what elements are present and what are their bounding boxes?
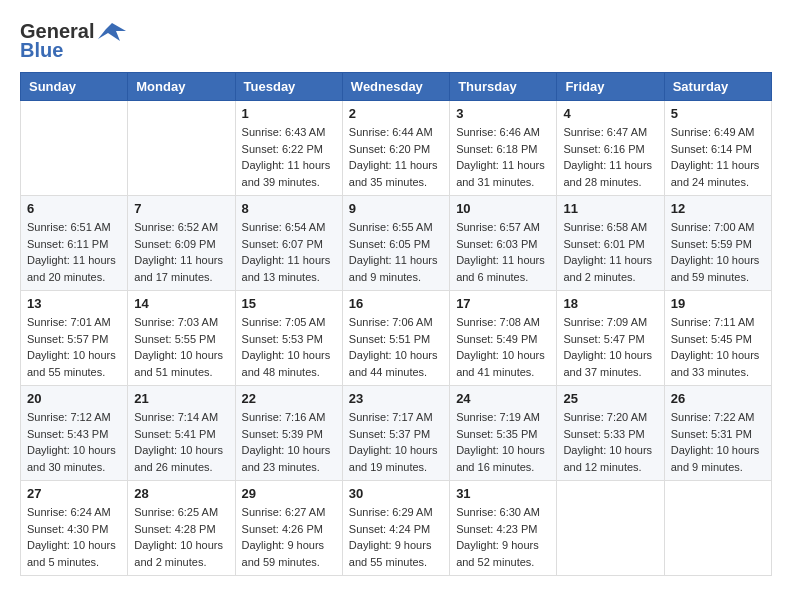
day-info: Sunrise: 7:06 AMSunset: 5:51 PMDaylight:… [349,314,443,380]
weekday-header-sunday: Sunday [21,73,128,101]
calendar-cell: 14Sunrise: 7:03 AMSunset: 5:55 PMDayligh… [128,291,235,386]
day-info: Sunrise: 6:47 AMSunset: 6:16 PMDaylight:… [563,124,657,190]
day-number: 5 [671,106,765,121]
weekday-header-wednesday: Wednesday [342,73,449,101]
calendar-cell: 29Sunrise: 6:27 AMSunset: 4:26 PMDayligh… [235,481,342,576]
day-info: Sunrise: 7:22 AMSunset: 5:31 PMDaylight:… [671,409,765,475]
day-info: Sunrise: 6:29 AMSunset: 4:24 PMDaylight:… [349,504,443,570]
day-number: 18 [563,296,657,311]
day-number: 24 [456,391,550,406]
day-info: Sunrise: 6:25 AMSunset: 4:28 PMDaylight:… [134,504,228,570]
day-info: Sunrise: 6:55 AMSunset: 6:05 PMDaylight:… [349,219,443,285]
calendar-cell [664,481,771,576]
calendar-cell: 21Sunrise: 7:14 AMSunset: 5:41 PMDayligh… [128,386,235,481]
svg-marker-0 [98,23,126,41]
calendar-cell: 6Sunrise: 6:51 AMSunset: 6:11 PMDaylight… [21,196,128,291]
day-info: Sunrise: 7:11 AMSunset: 5:45 PMDaylight:… [671,314,765,380]
calendar-cell: 8Sunrise: 6:54 AMSunset: 6:07 PMDaylight… [235,196,342,291]
weekday-header-tuesday: Tuesday [235,73,342,101]
day-number: 11 [563,201,657,216]
calendar-cell: 3Sunrise: 6:46 AMSunset: 6:18 PMDaylight… [450,101,557,196]
day-info: Sunrise: 7:05 AMSunset: 5:53 PMDaylight:… [242,314,336,380]
calendar-cell [128,101,235,196]
calendar-cell: 18Sunrise: 7:09 AMSunset: 5:47 PMDayligh… [557,291,664,386]
day-number: 16 [349,296,443,311]
day-number: 22 [242,391,336,406]
day-info: Sunrise: 7:03 AMSunset: 5:55 PMDaylight:… [134,314,228,380]
calendar-cell: 30Sunrise: 6:29 AMSunset: 4:24 PMDayligh… [342,481,449,576]
calendar-cell: 4Sunrise: 6:47 AMSunset: 6:16 PMDaylight… [557,101,664,196]
calendar-cell: 27Sunrise: 6:24 AMSunset: 4:30 PMDayligh… [21,481,128,576]
day-number: 21 [134,391,228,406]
day-info: Sunrise: 7:09 AMSunset: 5:47 PMDaylight:… [563,314,657,380]
day-number: 30 [349,486,443,501]
day-info: Sunrise: 7:16 AMSunset: 5:39 PMDaylight:… [242,409,336,475]
day-number: 6 [27,201,121,216]
calendar-cell: 16Sunrise: 7:06 AMSunset: 5:51 PMDayligh… [342,291,449,386]
day-info: Sunrise: 7:14 AMSunset: 5:41 PMDaylight:… [134,409,228,475]
calendar-cell: 22Sunrise: 7:16 AMSunset: 5:39 PMDayligh… [235,386,342,481]
day-number: 26 [671,391,765,406]
day-number: 23 [349,391,443,406]
calendar-cell: 1Sunrise: 6:43 AMSunset: 6:22 PMDaylight… [235,101,342,196]
day-number: 13 [27,296,121,311]
day-info: Sunrise: 7:20 AMSunset: 5:33 PMDaylight:… [563,409,657,475]
calendar-cell: 10Sunrise: 6:57 AMSunset: 6:03 PMDayligh… [450,196,557,291]
weekday-header-saturday: Saturday [664,73,771,101]
day-number: 10 [456,201,550,216]
day-number: 9 [349,201,443,216]
day-info: Sunrise: 6:57 AMSunset: 6:03 PMDaylight:… [456,219,550,285]
day-info: Sunrise: 6:52 AMSunset: 6:09 PMDaylight:… [134,219,228,285]
day-number: 4 [563,106,657,121]
day-number: 14 [134,296,228,311]
day-number: 20 [27,391,121,406]
calendar-table: SundayMondayTuesdayWednesdayThursdayFrid… [20,72,772,576]
calendar-cell: 11Sunrise: 6:58 AMSunset: 6:01 PMDayligh… [557,196,664,291]
day-info: Sunrise: 6:46 AMSunset: 6:18 PMDaylight:… [456,124,550,190]
week-row-1: 1Sunrise: 6:43 AMSunset: 6:22 PMDaylight… [21,101,772,196]
calendar-cell: 25Sunrise: 7:20 AMSunset: 5:33 PMDayligh… [557,386,664,481]
day-info: Sunrise: 6:54 AMSunset: 6:07 PMDaylight:… [242,219,336,285]
calendar-cell: 9Sunrise: 6:55 AMSunset: 6:05 PMDaylight… [342,196,449,291]
day-info: Sunrise: 6:49 AMSunset: 6:14 PMDaylight:… [671,124,765,190]
calendar-cell: 19Sunrise: 7:11 AMSunset: 5:45 PMDayligh… [664,291,771,386]
day-info: Sunrise: 7:01 AMSunset: 5:57 PMDaylight:… [27,314,121,380]
calendar-cell [557,481,664,576]
week-row-4: 20Sunrise: 7:12 AMSunset: 5:43 PMDayligh… [21,386,772,481]
calendar-cell: 23Sunrise: 7:17 AMSunset: 5:37 PMDayligh… [342,386,449,481]
day-number: 28 [134,486,228,501]
calendar-cell: 28Sunrise: 6:25 AMSunset: 4:28 PMDayligh… [128,481,235,576]
logo-blue: Blue [20,39,63,62]
calendar-cell: 7Sunrise: 6:52 AMSunset: 6:09 PMDaylight… [128,196,235,291]
day-number: 17 [456,296,550,311]
day-info: Sunrise: 6:44 AMSunset: 6:20 PMDaylight:… [349,124,443,190]
day-info: Sunrise: 6:51 AMSunset: 6:11 PMDaylight:… [27,219,121,285]
day-info: Sunrise: 6:58 AMSunset: 6:01 PMDaylight:… [563,219,657,285]
day-info: Sunrise: 6:24 AMSunset: 4:30 PMDaylight:… [27,504,121,570]
day-info: Sunrise: 6:43 AMSunset: 6:22 PMDaylight:… [242,124,336,190]
calendar-cell: 31Sunrise: 6:30 AMSunset: 4:23 PMDayligh… [450,481,557,576]
day-info: Sunrise: 6:30 AMSunset: 4:23 PMDaylight:… [456,504,550,570]
calendar-cell: 24Sunrise: 7:19 AMSunset: 5:35 PMDayligh… [450,386,557,481]
calendar-cell: 2Sunrise: 6:44 AMSunset: 6:20 PMDaylight… [342,101,449,196]
week-row-5: 27Sunrise: 6:24 AMSunset: 4:30 PMDayligh… [21,481,772,576]
calendar-cell: 20Sunrise: 7:12 AMSunset: 5:43 PMDayligh… [21,386,128,481]
calendar-cell [21,101,128,196]
day-number: 8 [242,201,336,216]
day-number: 25 [563,391,657,406]
weekday-header-friday: Friday [557,73,664,101]
calendar-cell: 13Sunrise: 7:01 AMSunset: 5:57 PMDayligh… [21,291,128,386]
weekday-header-row: SundayMondayTuesdayWednesdayThursdayFrid… [21,73,772,101]
calendar-cell: 17Sunrise: 7:08 AMSunset: 5:49 PMDayligh… [450,291,557,386]
day-number: 1 [242,106,336,121]
calendar-cell: 15Sunrise: 7:05 AMSunset: 5:53 PMDayligh… [235,291,342,386]
day-number: 29 [242,486,336,501]
logo: General Blue [20,20,126,62]
day-info: Sunrise: 7:19 AMSunset: 5:35 PMDaylight:… [456,409,550,475]
weekday-header-thursday: Thursday [450,73,557,101]
day-info: Sunrise: 7:12 AMSunset: 5:43 PMDaylight:… [27,409,121,475]
week-row-2: 6Sunrise: 6:51 AMSunset: 6:11 PMDaylight… [21,196,772,291]
week-row-3: 13Sunrise: 7:01 AMSunset: 5:57 PMDayligh… [21,291,772,386]
day-number: 15 [242,296,336,311]
day-number: 27 [27,486,121,501]
